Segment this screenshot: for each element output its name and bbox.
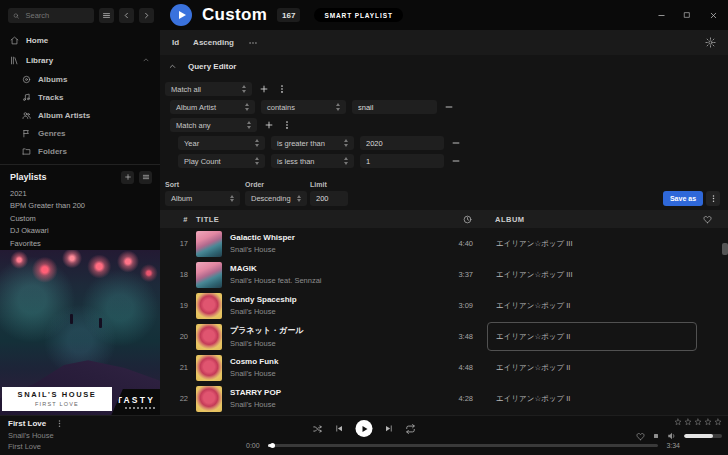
track-album[interactable]: エイリアン☆ポップ II bbox=[487, 291, 697, 320]
rule-operator-select[interactable]: is greater than bbox=[271, 136, 354, 150]
seek-slider[interactable] bbox=[268, 444, 659, 447]
rule-more-button[interactable] bbox=[281, 118, 293, 132]
sidebar-item-album-artists[interactable]: Album Artists bbox=[0, 106, 160, 124]
track-album[interactable]: エイリアン☆ポップ II bbox=[487, 384, 697, 413]
remove-rule-button[interactable] bbox=[450, 154, 462, 168]
track-title[interactable]: Candy Spaceship bbox=[230, 295, 432, 304]
search-field[interactable] bbox=[8, 8, 94, 23]
nav-back-button[interactable] bbox=[119, 8, 134, 23]
maximize-button[interactable] bbox=[679, 7, 695, 23]
play-playlist-button[interactable] bbox=[170, 4, 192, 26]
now-playing-artist[interactable]: Snail's House bbox=[8, 431, 64, 440]
now-playing-more-button[interactable] bbox=[55, 419, 64, 428]
playlist-item[interactable]: 2021 bbox=[0, 187, 160, 200]
save-as-button[interactable]: Save as bbox=[663, 191, 703, 206]
track-artist[interactable]: Snail's House bbox=[230, 245, 432, 254]
order-select[interactable]: Descending bbox=[245, 191, 307, 206]
nav-forward-button[interactable] bbox=[139, 8, 154, 23]
sort-field-button[interactable]: Id bbox=[172, 38, 179, 47]
now-playing-album[interactable]: First Love bbox=[8, 442, 64, 451]
rule-operator-select[interactable]: is less than bbox=[271, 154, 354, 168]
rule-value-input[interactable] bbox=[352, 100, 437, 114]
table-row[interactable]: 17 Galactic WhisperSnail's House 4:40 エイ… bbox=[160, 228, 728, 259]
playlist-item[interactable]: Favorites bbox=[0, 237, 160, 250]
next-track-button[interactable] bbox=[385, 424, 394, 433]
search-input[interactable] bbox=[23, 10, 89, 21]
sidebar-menu-button[interactable] bbox=[99, 8, 114, 23]
sort-direction-button[interactable]: Ascending bbox=[193, 38, 234, 47]
track-album-focused-cell[interactable]: エイリアン☆ポップ II bbox=[487, 322, 697, 351]
save-more-button[interactable] bbox=[706, 191, 720, 206]
more-options-button[interactable] bbox=[248, 38, 258, 48]
playlist-item[interactable]: Custom bbox=[0, 212, 160, 225]
sort-select[interactable]: Album bbox=[165, 191, 240, 206]
playlist-item[interactable]: BPM Greater than 200 bbox=[0, 200, 160, 213]
add-playlist-button[interactable] bbox=[121, 171, 134, 184]
star-icon[interactable] bbox=[714, 418, 722, 426]
track-artist[interactable]: Snail's House bbox=[230, 400, 432, 409]
track-title[interactable]: Cosmo Funk bbox=[230, 357, 432, 366]
track-artist[interactable]: Snail's House feat. Sennzai bbox=[230, 276, 432, 285]
sidebar-item-home[interactable]: Home bbox=[0, 30, 160, 50]
play-pause-button[interactable] bbox=[356, 420, 373, 437]
track-title[interactable]: MAGIK bbox=[230, 264, 432, 273]
track-title[interactable]: Galactic Whisper bbox=[230, 233, 432, 242]
group-match-type-select[interactable]: Match any bbox=[170, 118, 257, 132]
minimize-button[interactable] bbox=[653, 7, 669, 23]
sidebar-item-tracks[interactable]: Tracks bbox=[0, 88, 160, 106]
shuffle-button[interactable] bbox=[313, 424, 323, 434]
seek-thumb[interactable] bbox=[270, 443, 275, 448]
volume-icon[interactable] bbox=[667, 431, 677, 441]
rule-value-input[interactable] bbox=[360, 136, 444, 150]
close-button[interactable] bbox=[705, 7, 721, 23]
favorite-heart-button[interactable] bbox=[636, 432, 645, 441]
sidebar-item-genres[interactable]: Genres bbox=[0, 124, 160, 142]
track-artist[interactable]: Snail's House bbox=[230, 307, 432, 316]
playlist-item[interactable]: DJ Okawari bbox=[0, 225, 160, 238]
remove-rule-button[interactable] bbox=[450, 136, 462, 150]
track-album[interactable]: エイリアン☆ポップ III bbox=[487, 229, 697, 258]
repeat-button[interactable] bbox=[406, 424, 416, 434]
rule-operator-select[interactable]: contains bbox=[261, 100, 346, 114]
column-number[interactable]: # bbox=[160, 210, 188, 228]
track-title[interactable]: STARRY POP bbox=[230, 388, 432, 397]
now-playing-title[interactable]: First Love bbox=[8, 419, 46, 428]
rule-value-input[interactable] bbox=[360, 154, 444, 168]
duration-column-clock-icon[interactable] bbox=[463, 214, 472, 224]
collapse-chevron-up-icon[interactable] bbox=[168, 62, 177, 71]
match-type-select[interactable]: Match all bbox=[165, 82, 252, 96]
track-album[interactable]: エイリアン☆ポップ III bbox=[487, 260, 697, 289]
column-title[interactable]: TITLE bbox=[196, 215, 219, 224]
playlists-menu-button[interactable] bbox=[139, 171, 152, 184]
sidebar-item-folders[interactable]: Folders bbox=[0, 142, 160, 160]
add-rule-button[interactable] bbox=[263, 118, 275, 132]
rule-field-select[interactable]: Year bbox=[178, 136, 265, 150]
track-artist[interactable]: Snail's House bbox=[230, 339, 432, 348]
table-row[interactable]: 19 Candy SpaceshipSnail's House 3:09 エイリ… bbox=[160, 290, 728, 321]
track-album[interactable]: エイリアン☆ポップ II bbox=[487, 353, 697, 382]
rule-field-select[interactable]: Play Count bbox=[178, 154, 265, 168]
settings-button[interactable] bbox=[705, 37, 716, 48]
add-rule-button[interactable] bbox=[258, 82, 270, 96]
track-title[interactable]: プラネット・ガール bbox=[230, 325, 432, 336]
table-row[interactable]: 22 STARRY POPSnail's House 4:28 エイリアン☆ポッ… bbox=[160, 383, 728, 414]
track-artist[interactable]: Snail's House bbox=[230, 369, 432, 378]
star-icon[interactable] bbox=[674, 418, 682, 426]
remove-rule-button[interactable] bbox=[443, 100, 455, 114]
sidebar-item-library[interactable]: Library bbox=[0, 50, 160, 70]
limit-input[interactable] bbox=[310, 191, 348, 206]
previous-track-button[interactable] bbox=[335, 424, 344, 433]
table-row[interactable]: 20 プラネット・ガールSnail's House 3:48 エイリアン☆ポップ… bbox=[160, 321, 728, 352]
scrollbar-thumb[interactable] bbox=[722, 243, 728, 255]
rule-field-select[interactable]: Album Artist bbox=[170, 100, 255, 114]
stop-button[interactable] bbox=[652, 432, 660, 440]
chevron-up-icon[interactable] bbox=[142, 56, 150, 64]
favorite-column-heart-icon[interactable] bbox=[703, 214, 712, 224]
table-row[interactable]: 21 Cosmo FunkSnail's House 4:48 エイリアン☆ポッ… bbox=[160, 352, 728, 383]
table-row[interactable]: 18 MAGIKSnail's House feat. Sennzai 3:37… bbox=[160, 259, 728, 290]
now-playing-art[interactable]: SNAIL'S HOUSE FIRST LOVE TASTY bbox=[0, 250, 160, 415]
star-icon[interactable] bbox=[694, 418, 702, 426]
star-icon[interactable] bbox=[704, 418, 712, 426]
star-icon[interactable] bbox=[684, 418, 692, 426]
column-album[interactable]: ALBUM bbox=[495, 215, 525, 224]
